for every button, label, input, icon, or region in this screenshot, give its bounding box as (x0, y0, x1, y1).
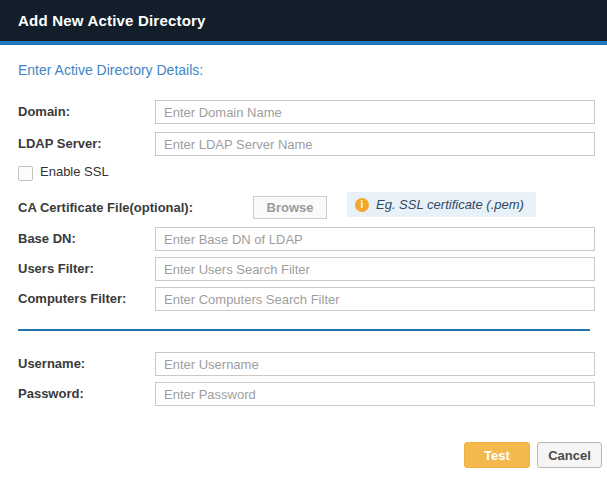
domain-label: Domain: (18, 100, 70, 124)
password-label: Password: (18, 382, 84, 406)
base-dn-input[interactable] (155, 227, 595, 251)
header-accent-bar (0, 41, 607, 45)
info-icon: i (355, 198, 369, 212)
computers-filter-label: Computers Filter: (18, 287, 126, 311)
browse-button[interactable]: Browse (253, 196, 327, 219)
dialog-header: Add New Active Directory (0, 0, 607, 41)
ssl-cert-hint-text: Eg. SSL certificate (.pem) (376, 197, 524, 212)
dialog-title: Add New Active Directory (18, 0, 206, 41)
users-filter-input[interactable] (155, 257, 595, 281)
ldap-server-input[interactable] (155, 132, 595, 156)
username-input[interactable] (155, 352, 595, 376)
username-label: Username: (18, 352, 85, 376)
password-input[interactable] (155, 382, 595, 406)
ca-certificate-label: CA Certificate File(optional): (18, 196, 193, 220)
base-dn-label: Base DN: (18, 227, 76, 251)
computers-filter-input[interactable] (155, 287, 595, 311)
enable-ssl-label: Enable SSL (40, 163, 109, 181)
test-button[interactable]: Test (464, 442, 530, 468)
users-filter-label: Users Filter: (18, 257, 94, 281)
add-active-directory-dialog: Add New Active Directory Enter Active Di… (0, 0, 607, 478)
ldap-server-label: LDAP Server: (18, 132, 102, 156)
cancel-button[interactable]: Cancel (537, 442, 602, 468)
ssl-cert-hint-badge: i Eg. SSL certificate (.pem) (347, 192, 536, 217)
section-divider (18, 329, 590, 331)
enable-ssl-checkbox[interactable] (18, 166, 33, 181)
domain-input[interactable] (155, 100, 595, 124)
section-heading: Enter Active Directory Details: (18, 62, 203, 78)
